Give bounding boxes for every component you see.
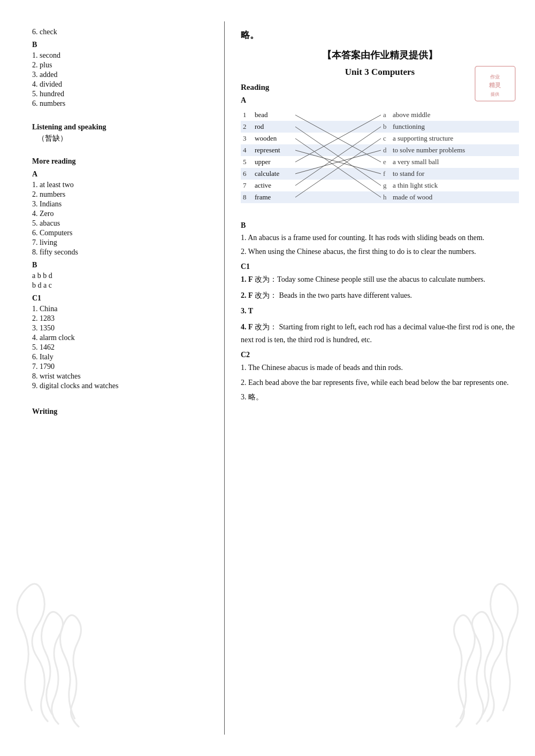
- mr-b-list: a b b d b d a c: [32, 272, 208, 290]
- list-item: 8. fifty seconds: [32, 248, 208, 257]
- match-line-cell: [295, 109, 381, 121]
- table-row: 3 wooden c a supporting structure: [241, 133, 519, 144]
- match-line-cell: [295, 191, 381, 203]
- left-column: 6. check B 1. second 2. plus 3. added 4.…: [0, 21, 225, 735]
- answer-source: 【本答案由作业精灵提供】: [241, 49, 519, 61]
- c1-item-3: 3. T: [241, 305, 519, 318]
- match-letter: g: [381, 180, 391, 191]
- c1-item-2: 2. F 改为： Beads in the two parts have dif…: [241, 289, 519, 302]
- table-row: 8 frame h made of wood: [241, 191, 519, 203]
- b-para2: 2. When using the Chinese abacus, the fi…: [241, 246, 519, 258]
- match-num: 6: [241, 168, 253, 180]
- unit-title: Unit 3 Computers 作业 精灵 提供: [241, 67, 519, 78]
- list-item: 6. Computers: [32, 229, 208, 237]
- list-item: 4. divided: [32, 80, 208, 89]
- match-definition: a supporting structure: [391, 133, 519, 144]
- table-row: 2 rod b functioning: [241, 121, 519, 133]
- more-reading-a: A: [32, 170, 208, 179]
- list-item: 5. 1462: [32, 343, 208, 352]
- listening-title: Listening and speaking: [32, 123, 208, 132]
- mr-b-header: B: [32, 261, 208, 269]
- match-word: frame: [253, 191, 295, 203]
- match-word: active: [253, 180, 295, 191]
- list-item: 6. Italy: [32, 353, 208, 361]
- match-line-cell: [295, 121, 381, 133]
- list-item: a b b d: [32, 272, 208, 280]
- list-item: 3. added: [32, 71, 208, 79]
- mr-a-list: 1. at least two 2. numbers 3. Indians 4.…: [32, 181, 208, 257]
- match-num: 3: [241, 133, 253, 144]
- match-line-cell: [295, 144, 381, 156]
- match-letter: b: [381, 121, 391, 133]
- match-letter: a: [381, 109, 391, 121]
- list-item: 7. living: [32, 238, 208, 247]
- writing-title: Writing: [32, 407, 208, 416]
- list-item: 3. Indians: [32, 200, 208, 209]
- match-definition: made of wood: [391, 191, 519, 203]
- section-b-label: B: [241, 221, 519, 230]
- table-row: 6 calculate f to stand for: [241, 168, 519, 180]
- match-definition: above middle: [391, 109, 519, 121]
- list-item: 7. 1790: [32, 362, 208, 371]
- stamp-icon: 作业 精灵 提供: [472, 64, 518, 104]
- match-line-cell: [295, 180, 381, 191]
- match-word: calculate: [253, 168, 295, 180]
- match-definition: a thin light stick: [391, 180, 519, 191]
- c1-item-4: 4. F 改为： Starting from right to left, ea…: [241, 321, 519, 346]
- svg-text:精灵: 精灵: [488, 82, 501, 88]
- match-num: 5: [241, 156, 253, 168]
- list-item: 5. hundred: [32, 90, 208, 98]
- unit-title-area: Unit 3 Computers 作业 精灵 提供: [241, 67, 519, 78]
- list-item: 4. alarm clock: [32, 334, 208, 342]
- c2-item-2: 2. Each bead above the bar represents fi…: [241, 376, 519, 389]
- section-c1-label: C1: [241, 263, 519, 271]
- match-table: 1 bead a above middle 2 rod b functionin…: [241, 109, 519, 203]
- match-definition: to stand for: [391, 168, 519, 180]
- match-num: 4: [241, 144, 253, 156]
- list-item: 2. plus: [32, 61, 208, 70]
- match-definition: a very small ball: [391, 156, 519, 168]
- table-row: 1 bead a above middle: [241, 109, 519, 121]
- match-letter: f: [381, 168, 391, 180]
- right-column: 略。 【本答案由作业精灵提供】 Unit 3 Computers 作业 精灵 提…: [225, 21, 535, 735]
- match-word: rod: [253, 121, 295, 133]
- match-num: 1: [241, 109, 253, 121]
- c1-item-1: 1. F 改为：Today some Chinese people still …: [241, 273, 519, 286]
- matching-exercise: 1 bead a above middle 2 rod b functionin…: [241, 109, 519, 216]
- match-line-cell: [295, 133, 381, 144]
- match-letter: c: [381, 133, 391, 144]
- more-reading-title: More reading: [32, 157, 208, 166]
- list-item: 3. 1350: [32, 324, 208, 333]
- match-word: upper: [253, 156, 295, 168]
- match-word: represent: [253, 144, 295, 156]
- c2-item-3: 3. 略。: [241, 391, 519, 404]
- match-line-cell: [295, 168, 381, 180]
- svg-text:提供: 提供: [490, 92, 500, 97]
- list-item: 1. China: [32, 305, 208, 313]
- svg-text:作业: 作业: [490, 74, 500, 80]
- list-item: 2. 1283: [32, 314, 208, 323]
- section-c2-label: C2: [241, 351, 519, 359]
- left-item-6check: 6. check: [32, 28, 208, 36]
- mr-c1-header: C1: [32, 294, 208, 303]
- list-item: 1. second: [32, 51, 208, 60]
- listening-note: （暂缺）: [32, 134, 208, 143]
- match-word: bead: [253, 109, 295, 121]
- list-item: 9. digital clocks and watches: [32, 382, 208, 390]
- match-letter: d: [381, 144, 391, 156]
- list-item: b d a c: [32, 281, 208, 290]
- list-item: 1. at least two: [32, 181, 208, 189]
- list-item: 2. numbers: [32, 190, 208, 199]
- section-b-header: B: [32, 41, 208, 49]
- list-item: 4. Zero: [32, 210, 208, 218]
- table-row: 5 upper e a very small ball: [241, 156, 519, 168]
- b-para1: 1. An abacus is a frame used for countin…: [241, 232, 519, 244]
- list-item: 5. abacus: [32, 219, 208, 228]
- match-definition: functioning: [391, 121, 519, 133]
- match-word: wooden: [253, 133, 295, 144]
- match-letter: h: [381, 191, 391, 203]
- b-items-list: 1. second 2. plus 3. added 4. divided 5.…: [32, 51, 208, 108]
- match-num: 8: [241, 191, 253, 203]
- page: 6. check B 1. second 2. plus 3. added 4.…: [0, 0, 535, 756]
- match-definition: to solve number problems: [391, 144, 519, 156]
